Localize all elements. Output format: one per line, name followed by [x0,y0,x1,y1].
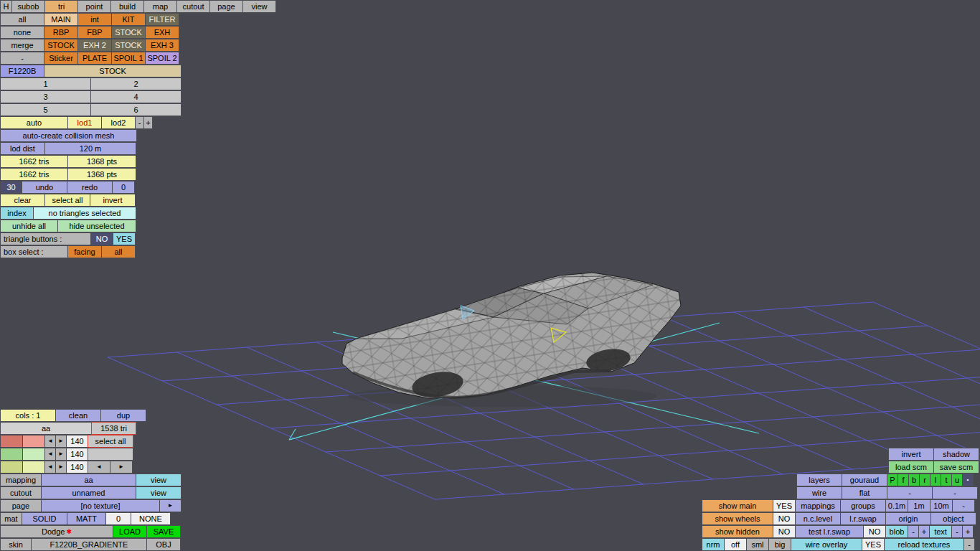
snap-10m-button[interactable]: 10m [930,499,953,512]
slot-2-button[interactable]: 2 [90,77,182,90]
cols-count-button[interactable]: cols : 1 [0,409,56,422]
menu-view[interactable]: view [242,0,276,13]
menu-map[interactable]: map [143,0,177,13]
undo-button[interactable]: undo [22,181,67,194]
slot-6-button[interactable]: 6 [90,103,182,116]
subobject-kit-button[interactable]: KIT [111,13,146,26]
blob-minus-button[interactable]: - [908,525,919,538]
color-swatch-1-light[interactable] [22,435,45,448]
triangle-buttons-no-button[interactable]: NO [90,232,113,245]
origin-button[interactable]: origin [885,512,931,525]
select-all-button[interactable]: select all [44,194,90,207]
text-plus-button[interactable]: + [962,525,974,538]
mat-solid-button[interactable]: SOLID [22,512,67,525]
subobject-main-button[interactable]: MAIN [44,13,78,26]
show-wheels-value[interactable]: NO [773,512,796,525]
color-swatch-2-light[interactable] [22,448,45,461]
channel-2-value[interactable]: 140 [66,448,88,461]
show-hidden-value[interactable]: NO [773,525,796,538]
lr-swap-button[interactable]: l.r.swap [840,512,886,525]
lod-plus-button[interactable]: + [143,116,153,129]
channel-3-next-button[interactable]: ► [55,461,67,474]
group-name-field[interactable]: aa [0,422,92,435]
slot-4-button[interactable]: 4 [90,90,182,103]
channel-3-prev-button[interactable]: ◄ [44,461,56,474]
layer-toggle-l-button[interactable]: l [930,474,941,486]
blob-button[interactable]: blob [885,525,908,538]
menu-point[interactable]: point [77,0,111,13]
dup-button[interactable]: dup [100,409,146,422]
layer-toggle-f-button[interactable]: f [897,474,909,486]
channel-1-next-button[interactable]: ► [55,435,67,448]
cutout-value[interactable]: unnamed [41,486,136,499]
color-swatch-2-dark[interactable] [0,448,23,461]
layer-toggle-u-button[interactable]: u [951,474,963,486]
color-swatch-3-light[interactable] [22,461,45,474]
model-name-button[interactable]: F1220B [0,65,44,77]
page-value[interactable]: [no texture] [41,499,160,512]
mappings-button[interactable]: mappings [795,499,841,512]
text-button[interactable]: text [929,525,952,538]
shadow-button[interactable]: shadow [933,448,979,461]
reload-dash-button[interactable]: - [963,538,975,551]
wire-overlay-button[interactable]: wire overlay [791,538,862,551]
subobject-none-button[interactable]: none [0,26,44,39]
flat-button[interactable]: flat [842,486,887,499]
layers-button[interactable]: layers [796,474,842,486]
show-wheels-button[interactable]: show wheels [702,512,773,525]
show-main-value[interactable]: YES [773,499,796,512]
menu-page[interactable]: page [209,0,243,13]
layer-dot-indicator[interactable]: • [962,474,974,486]
auto-create-collision-button[interactable]: auto-create collision mesh [0,129,137,142]
test-lr-swap-button[interactable]: test l.r.swap [795,525,864,538]
model-file-name[interactable]: Dodge✱ [0,525,113,538]
triangle-buttons-yes-button[interactable]: YES [113,232,136,245]
layer-toggle-r-button[interactable]: r [919,474,930,486]
groups-button[interactable]: groups [840,499,886,512]
load-scm-button[interactable]: load scm [888,461,934,474]
subobject-plate-button[interactable]: PLATE [77,52,112,65]
test-lr-swap-value[interactable]: NO [863,525,886,538]
box-select-facing-button[interactable]: facing [67,245,102,258]
nrm-big-button[interactable]: big [768,538,791,551]
subobject-merge-button[interactable]: merge [0,39,44,52]
color-select-all-button[interactable]: select all [88,435,133,448]
save-scm-button[interactable]: save scm [933,461,979,474]
subobject-filter-button[interactable]: FILTER [145,13,179,26]
slot-5-button[interactable]: 5 [0,103,91,116]
subobject-spoil2-button[interactable]: SPOIL 2 [145,52,179,65]
menu-build[interactable]: build [110,0,144,13]
subobject-exh3-button[interactable]: EXH 3 [145,39,179,52]
lod-1-button[interactable]: lod1 [67,116,102,129]
subobject-fbp-button[interactable]: FBP [77,26,112,39]
wire-overlay-value[interactable]: YES [862,538,885,551]
subobject-stock3-button[interactable]: STOCK [111,39,146,52]
menu-h[interactable]: H [0,0,12,13]
box-select-all-button[interactable]: all [101,245,136,258]
index-button[interactable]: index [0,207,34,220]
subobject-stock-button[interactable]: STOCK [111,26,146,39]
group-next-button[interactable]: ► [110,461,133,474]
channel-1-value[interactable]: 140 [66,435,88,448]
subobject-sticker-button[interactable]: Sticker [44,52,78,65]
gouraud-button[interactable]: gouraud [842,474,887,486]
object-button[interactable]: object [930,512,976,525]
subobject-int-button[interactable]: int [77,13,112,26]
page-next-button[interactable]: ► [159,499,182,512]
flat-dash-button[interactable]: - [932,486,978,499]
menu-tri[interactable]: tri [44,0,78,13]
layer-toggle-b-button[interactable]: b [908,474,920,486]
lod-dist-value[interactable]: 120 m [44,142,136,155]
color-swatch-3-dark[interactable] [0,461,23,474]
channel-1-prev-button[interactable]: ◄ [44,435,56,448]
layer-toggle-p-button[interactable]: P [887,474,898,486]
channel-2-next-button[interactable]: ► [55,448,67,461]
subobject-rbp-button[interactable]: RBP [44,26,78,39]
text-minus-button[interactable]: - [951,525,963,538]
mapping-view-button[interactable]: view [136,474,182,486]
nrm-button[interactable]: nrm [702,538,725,551]
wire-button[interactable]: wire [796,486,842,499]
mat-none-button[interactable]: NONE [131,512,171,525]
mat-value[interactable]: 0 [105,512,131,525]
subobject-exh2-button[interactable]: EXH 2 [77,39,112,52]
